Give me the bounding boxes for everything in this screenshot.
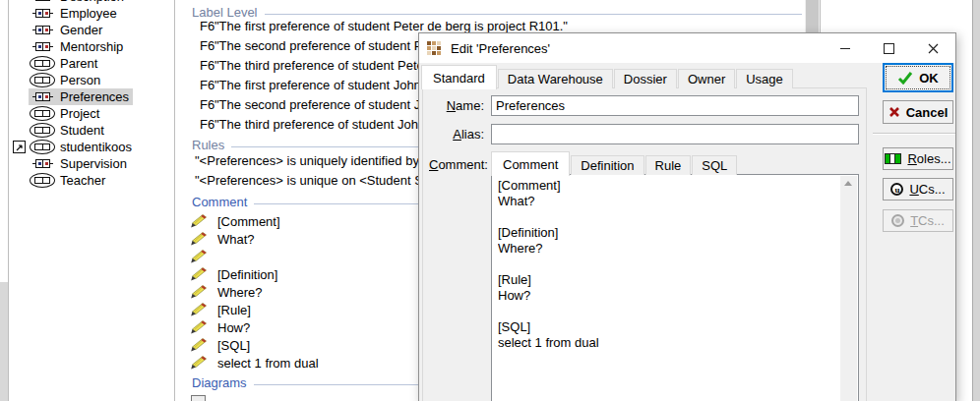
tree-item[interactable]: Gender bbox=[9, 22, 174, 38]
repository-tree-panel: Description Employee Gender bbox=[9, 0, 175, 401]
tab[interactable]: Dossier bbox=[614, 69, 677, 88]
shortcut-slot bbox=[13, 0, 29, 3]
shortcut-slot bbox=[13, 74, 29, 86]
tree-item-icon-slot bbox=[30, 9, 55, 18]
ucs-button-label: UCs... bbox=[909, 182, 945, 197]
name-input[interactable] bbox=[491, 95, 859, 116]
tree-item[interactable]: Supervision bbox=[9, 155, 174, 172]
comment-editor-text: [Comment] What? [Definition] Where? [Rul… bbox=[498, 178, 836, 401]
comment-tab-strip: Comment Definition Rule SQL bbox=[491, 150, 738, 175]
pencil-icon bbox=[191, 338, 207, 352]
shortcut-slot bbox=[13, 157, 29, 170]
ok-button[interactable]: OK bbox=[883, 63, 953, 92]
facttype-icon bbox=[32, 92, 53, 101]
app-window: Description Employee Gender bbox=[0, 0, 980, 401]
tree-item[interactable]: Employee bbox=[9, 5, 174, 22]
right-edge-panel bbox=[972, 0, 980, 401]
tree-item-label: Parent bbox=[60, 56, 97, 71]
ucs-button[interactable]: u UCs... bbox=[883, 178, 953, 200]
maximize-button[interactable] bbox=[867, 33, 911, 63]
tree-item-label: Preferences bbox=[60, 89, 129, 104]
facttype-icon bbox=[32, 42, 53, 51]
facttype-icon bbox=[32, 9, 53, 18]
tree-item-label: Project bbox=[60, 106, 99, 121]
tree-item-icon-slot bbox=[30, 159, 55, 168]
tree-item-label: Gender bbox=[60, 23, 102, 37]
tree-item-main: Preferences bbox=[29, 88, 133, 105]
tree-item-label: Student bbox=[60, 123, 104, 138]
tree-item[interactable]: Preferences bbox=[9, 88, 174, 105]
tcs-button-label: TCs... bbox=[910, 213, 945, 228]
label-level-code: F6 bbox=[200, 19, 214, 33]
label-level-code: F6 bbox=[200, 58, 214, 73]
tree-item-label: Supervision bbox=[60, 156, 127, 171]
label-level-text: "The first preference of student Peter d… bbox=[214, 19, 568, 33]
tab[interactable]: Usage bbox=[736, 69, 793, 88]
tab-label: SQL bbox=[702, 158, 727, 173]
tab[interactable]: Data Warehouse bbox=[498, 69, 613, 88]
tree-item-icon-slot bbox=[30, 92, 55, 101]
comment-row-text: [Rule] bbox=[217, 303, 251, 317]
label-level-text: "The third preference of student John bbox=[214, 117, 425, 132]
tab[interactable]: Owner bbox=[678, 69, 735, 88]
tree-item-main: Teacher bbox=[29, 172, 109, 189]
tab[interactable]: Comment bbox=[491, 151, 570, 176]
comment-row-text: select 1 from dual bbox=[217, 356, 319, 371]
tree-item-icon-slot bbox=[30, 173, 55, 188]
shortcut-slot bbox=[13, 107, 29, 120]
tree-item-label: studentikoos bbox=[60, 140, 132, 154]
shortcut-arrow-icon bbox=[13, 141, 26, 153]
pencil-icon bbox=[191, 250, 207, 263]
tree-item-main: Student bbox=[29, 122, 108, 139]
tab-label: Definition bbox=[581, 158, 634, 173]
minimize-button[interactable] bbox=[823, 33, 867, 63]
tab-label: Usage bbox=[746, 72, 783, 86]
objecttype-icon bbox=[30, 106, 55, 121]
pencil-icon bbox=[191, 356, 207, 370]
left-edge-panel bbox=[0, 0, 9, 401]
tree-item-main: Parent bbox=[29, 55, 101, 72]
standard-tab-page: Name: Alias: Comment: Comment Definition… bbox=[422, 87, 867, 401]
tcs-button-disabled: TCs... bbox=[883, 209, 953, 232]
section-title: Diagrams bbox=[192, 375, 247, 390]
section-rule-line bbox=[265, 14, 803, 15]
tree-item[interactable]: Parent bbox=[9, 55, 174, 72]
left-edge-panel-lower bbox=[0, 282, 8, 401]
facttype-icon bbox=[32, 0, 53, 1]
label-level-text: "The third preference of student Peter bbox=[214, 58, 428, 73]
tree-item[interactable]: Person bbox=[9, 72, 174, 88]
comment-editor-scrollbar[interactable] bbox=[840, 176, 857, 401]
tree-item[interactable]: Teacher bbox=[9, 172, 174, 189]
tree-item[interactable]: Mentorship bbox=[9, 38, 174, 55]
section-title: Comment bbox=[192, 195, 247, 209]
roles-button[interactable]: Roles... bbox=[883, 147, 953, 170]
tab[interactable]: Standard bbox=[421, 65, 497, 89]
alias-input[interactable] bbox=[491, 124, 859, 144]
pencil-icon bbox=[191, 214, 207, 228]
tab[interactable]: Rule bbox=[645, 155, 692, 175]
button-separator bbox=[873, 133, 955, 135]
tab-label: Data Warehouse bbox=[508, 72, 603, 86]
tree-item[interactable]: studentikoos bbox=[9, 139, 174, 155]
edit-preferences-dialog: Edit 'Preferences' Standard Data Warehou… bbox=[418, 32, 956, 401]
tree-item[interactable]: Project bbox=[9, 105, 174, 122]
scroll-up-arrow-icon bbox=[844, 181, 852, 186]
comment-row-text: [SQL] bbox=[217, 338, 250, 353]
roles-icon bbox=[885, 153, 901, 164]
dialog-title-bar[interactable]: Edit 'Preferences' bbox=[419, 33, 955, 63]
cancel-button[interactable]: Cancel bbox=[883, 100, 953, 124]
comment-row-text: What? bbox=[217, 232, 255, 247]
pencil-icon bbox=[191, 267, 207, 281]
tab[interactable]: SQL bbox=[692, 155, 737, 175]
tree-item-main: studentikoos bbox=[29, 139, 136, 155]
close-button[interactable] bbox=[911, 33, 955, 63]
tab[interactable]: Definition bbox=[571, 155, 643, 175]
shortcut-slot bbox=[13, 40, 29, 53]
comment-editor[interactable]: [Comment] What? [Definition] Where? [Rul… bbox=[491, 174, 859, 401]
label-level-text: "The second preference of student Jo bbox=[214, 97, 427, 112]
tree-item-main: Project bbox=[29, 105, 103, 122]
label-level-code: F6 bbox=[200, 117, 214, 132]
tree-item[interactable]: Student bbox=[9, 122, 174, 139]
shortcut-slot bbox=[13, 57, 29, 70]
comment-row-text: [Comment] bbox=[217, 214, 280, 229]
